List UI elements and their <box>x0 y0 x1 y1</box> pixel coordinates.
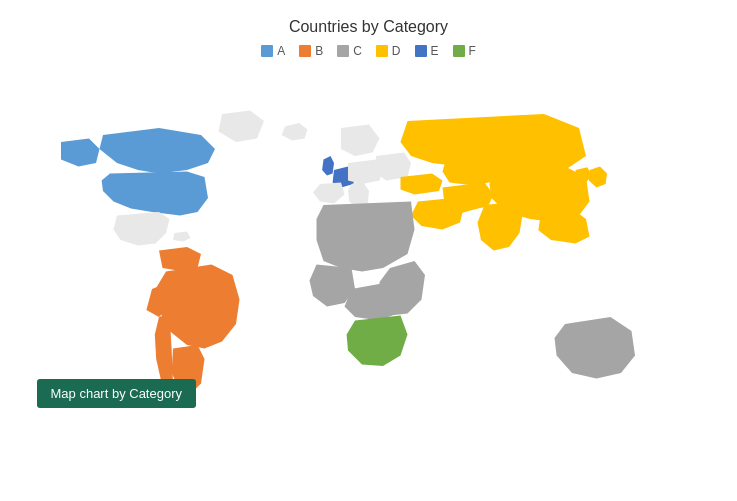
legend-swatch-a <box>261 45 273 57</box>
legend-item-f: F <box>453 44 476 58</box>
legend-item-c: C <box>337 44 362 58</box>
legend-swatch-f <box>453 45 465 57</box>
legend-item-e: E <box>415 44 439 58</box>
legend: A B C D E F <box>261 44 476 58</box>
legend-label-d: D <box>392 44 401 58</box>
legend-item-b: B <box>299 44 323 58</box>
legend-label-c: C <box>353 44 362 58</box>
map-container: Map chart by Category <box>19 68 719 468</box>
legend-label-e: E <box>431 44 439 58</box>
map-tooltip: Map chart by Category <box>37 379 197 408</box>
legend-label-f: F <box>469 44 476 58</box>
legend-label-a: A <box>277 44 285 58</box>
turkey <box>400 174 442 195</box>
world-map <box>19 68 719 468</box>
central-asia <box>442 155 502 186</box>
legend-swatch-b <box>299 45 311 57</box>
legend-item-a: A <box>261 44 285 58</box>
eastern-europe <box>376 153 411 181</box>
legend-label-b: B <box>315 44 323 58</box>
legend-swatch-d <box>376 45 388 57</box>
chart-title: Countries by Category <box>289 18 448 36</box>
legend-swatch-e <box>415 45 427 57</box>
legend-item-d: D <box>376 44 401 58</box>
legend-swatch-c <box>337 45 349 57</box>
